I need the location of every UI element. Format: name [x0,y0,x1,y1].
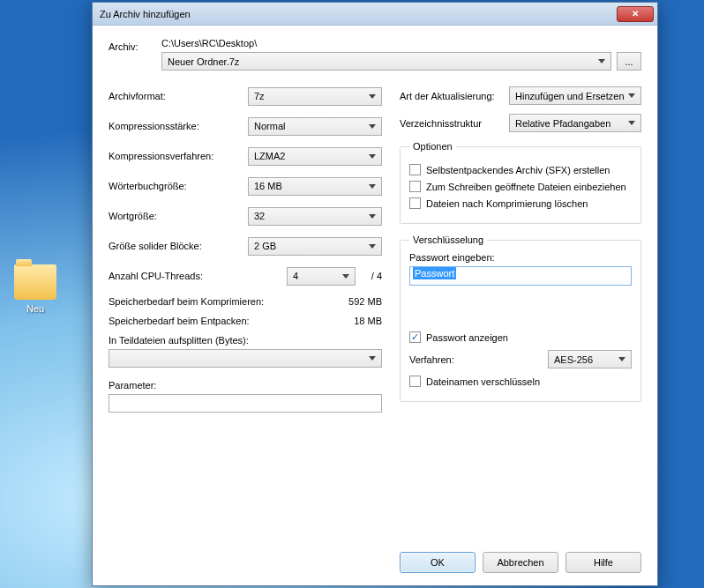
encryption-legend: Verschlüsselung [409,234,487,245]
solid-block-label: Größe solider Blöcke: [109,241,248,251]
archive-label: Archiv: [109,38,161,52]
split-volume-label: In Teildateien aufsplitten (Bytes): [109,335,382,346]
chevron-down-icon [369,94,376,99]
chevron-down-icon [369,244,376,249]
memory-decompress-label: Speicherbedarf beim Entpacken: [109,316,329,326]
dictionary-size-dropdown[interactable]: 16 MB [248,177,382,196]
password-value: Passwort [413,267,456,279]
password-input[interactable]: Passwort [409,266,632,286]
close-icon: ✕ [632,9,639,19]
format-value: 7z [254,91,369,101]
memory-decompress-value: 18 MB [329,316,382,326]
update-mode-value: Hinzufügen und Ersetzen [515,91,628,101]
compression-level-value: Normal [254,121,369,131]
help-button[interactable]: Hilfe [565,552,641,573]
archive-name-value: Neuer Ordner.7z [168,56,598,67]
encrypt-filenames-label: Dateinamen verschlüsseln [426,376,540,387]
update-mode-label: Art der Aktualisierung: [400,91,509,101]
cancel-label: Abbrechen [497,557,543,568]
dictionary-size-value: 16 MB [254,181,369,191]
chevron-down-icon [598,59,605,63]
chevron-down-icon [628,121,635,125]
chevron-down-icon [618,357,625,361]
browse-label: ... [625,56,633,67]
chevron-down-icon [628,93,635,98]
help-label: Hilfe [594,557,613,568]
cpu-threads-label: Anzahl CPU-Threads: [109,271,287,281]
sfx-checkbox[interactable] [409,164,421,175]
solid-block-value: 2 GB [254,241,369,251]
sfx-label: Selbstentpackendes Archiv (SFX) erstelle… [426,165,610,175]
path-mode-label: Verzeichnisstruktur [400,118,509,129]
ok-button[interactable]: OK [400,552,476,573]
parameters-label: Parameter: [109,380,382,391]
add-to-archive-dialog: Zu Archiv hinzufügen ✕ Archiv: C:\Users\… [92,2,658,586]
ok-label: OK [431,557,445,568]
word-size-label: Wortgröße: [109,211,248,221]
chevron-down-icon [369,356,376,361]
delete-after-label: Dateien nach Komprimierung löschen [426,198,588,209]
desktop-icon-label: Neu [4,303,66,314]
desktop-folder-icon[interactable]: Neu [4,264,66,314]
options-legend: Optionen [409,141,456,152]
cpu-threads-dropdown[interactable]: 4 [287,267,356,286]
chevron-down-icon [369,154,376,159]
shared-files-checkbox[interactable] [409,181,421,192]
compression-method-dropdown[interactable]: LZMA2 [248,147,382,166]
update-mode-dropdown[interactable]: Hinzufügen und Ersetzen [509,86,641,105]
encryption-method-value: AES-256 [554,354,618,365]
format-label: Archivformat: [109,91,248,101]
cancel-button[interactable]: Abbrechen [483,552,558,573]
dialog-title: Zu Archiv hinzufügen [100,9,617,19]
close-button[interactable]: ✕ [617,6,654,22]
format-dropdown[interactable]: 7z [248,87,382,106]
titlebar[interactable]: Zu Archiv hinzufügen ✕ [93,3,657,26]
parameters-input[interactable] [109,394,382,413]
compression-method-value: LZMA2 [254,151,369,161]
memory-compress-label: Speicherbedarf beim Komprimieren: [109,296,329,307]
chevron-down-icon [369,184,376,189]
chevron-down-icon [369,124,376,129]
browse-button[interactable]: ... [617,52,641,71]
solid-block-dropdown[interactable]: 2 GB [248,237,382,256]
split-volume-combo[interactable] [109,349,382,368]
chevron-down-icon [369,214,376,219]
delete-after-checkbox[interactable] [409,197,421,209]
encryption-method-label: Verfahren: [409,354,548,365]
archive-name-combo[interactable]: Neuer Ordner.7z [161,52,611,71]
encryption-method-dropdown[interactable]: AES-256 [548,350,632,368]
word-size-value: 32 [254,211,369,221]
compression-level-label: Kompressionsstärke: [109,121,248,131]
cpu-threads-total: / 4 [356,271,382,281]
cpu-threads-value: 4 [293,271,342,281]
archive-path-text: C:\Users\RC\Desktop\ [161,38,641,48]
shared-files-label: Zum Schreiben geöffnete Dateien einbezie… [426,182,626,192]
folder-icon [14,264,56,300]
dictionary-size-label: Wörterbuchgröße: [109,181,248,191]
show-password-checkbox[interactable] [409,331,421,343]
show-password-label: Passwort anzeigen [426,332,508,343]
path-mode-dropdown[interactable]: Relative Pfadangaben [509,114,641,132]
chevron-down-icon [342,274,349,279]
password-enter-label: Passwort eingeben: [409,252,632,263]
word-size-dropdown[interactable]: 32 [248,207,382,226]
compression-method-label: Kompressionsverfahren: [109,151,248,161]
options-group: Optionen Selbstentpackendes Archiv (SFX)… [400,141,641,224]
compression-level-dropdown[interactable]: Normal [248,117,382,136]
encrypt-filenames-checkbox[interactable] [409,376,421,387]
encryption-group: Verschlüsselung Passwort eingeben: Passw… [400,234,641,402]
path-mode-value: Relative Pfadangaben [515,118,628,129]
memory-compress-value: 592 MB [329,296,382,307]
